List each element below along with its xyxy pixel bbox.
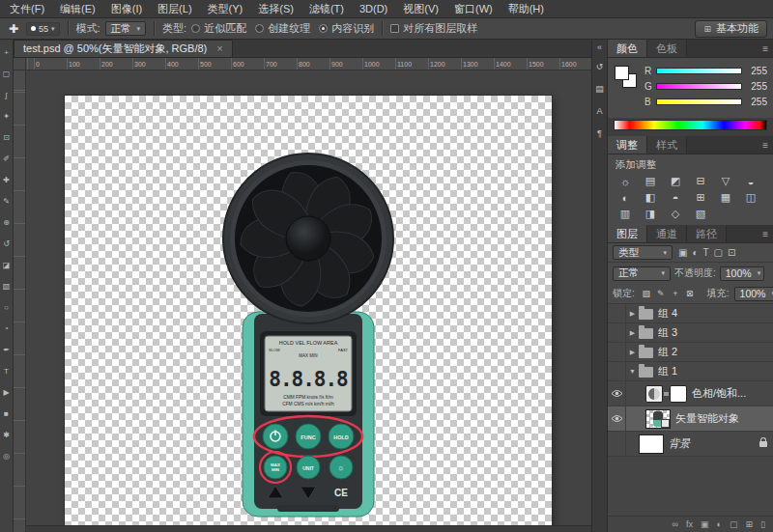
visibility-toggle[interactable] (608, 362, 626, 380)
filter-type-layers-icon[interactable]: T (703, 247, 709, 258)
channel-mixer-icon[interactable]: ⊞ (689, 189, 712, 206)
color-balance-icon[interactable]: ◐ (614, 189, 637, 206)
filter-adjustment-layers-icon[interactable]: ◐ (692, 247, 698, 258)
visibility-toggle[interactable] (608, 323, 626, 342)
group-chevron-icon[interactable]: ▶ (626, 349, 639, 356)
filter-pixel-layers-icon[interactable]: ▣ (678, 247, 687, 258)
crop-tool-icon[interactable]: ⊡ (0, 126, 14, 148)
type-tool-icon[interactable]: T (0, 360, 14, 381)
brightness-contrast-icon[interactable]: ☼ (614, 173, 637, 189)
dodge-tool-icon[interactable]: ◔ (0, 318, 14, 339)
exposure-icon[interactable]: ⊟ (689, 173, 712, 189)
filter-smart-objects-icon[interactable]: ⊡ (728, 247, 735, 258)
character-panel-icon[interactable]: A (596, 106, 602, 116)
channel-value[interactable]: 255 (746, 66, 767, 76)
menu-item[interactable]: 滤镜(T) (301, 0, 352, 18)
layer-thumbnail[interactable] (639, 367, 653, 378)
history-panel-icon[interactable]: ↺ (596, 62, 604, 71)
menu-item[interactable]: 编辑(E) (52, 0, 103, 18)
fill-input[interactable]: 100% ▾ (734, 287, 773, 301)
new-adjustment-layer-icon[interactable]: ◐ (717, 519, 722, 529)
heal-type-radio[interactable]: 内容识别 (319, 21, 374, 36)
blur-tool-icon[interactable]: ○ (0, 296, 14, 318)
pen-tool-icon[interactable]: ✒ (0, 339, 14, 360)
lock-image-pixels-icon[interactable]: ✎ (656, 289, 666, 298)
sample-all-layers-checkbox[interactable]: 对所有图层取样 (390, 21, 477, 36)
layer-name[interactable]: 组 3 (658, 325, 773, 340)
lasso-tool-icon[interactable]: ʃ (0, 84, 14, 105)
foreground-color-swatch[interactable] (615, 66, 629, 80)
history-brush-tool-icon[interactable]: ↺ (0, 233, 14, 254)
path-selection-tool-icon[interactable]: ▶ (0, 381, 14, 403)
levels-icon[interactable]: ▤ (639, 173, 662, 189)
panel-menu-icon[interactable]: ≡ (758, 225, 773, 242)
properties-panel-icon[interactable]: ▤ (595, 84, 604, 94)
gradient-tool-icon[interactable]: ▧ (0, 275, 14, 296)
opacity-input[interactable]: 100% ▾ (720, 266, 764, 281)
clone-stamp-tool-icon[interactable]: ⊕ (0, 211, 14, 233)
menu-item[interactable]: 图层(L) (150, 0, 199, 18)
visibility-toggle[interactable] (608, 406, 626, 431)
layer-row[interactable]: ▶ 组 3 (608, 323, 773, 343)
document-tab[interactable]: test.psd @ 50%(矢量智能对象, RGB/8) × (14, 40, 233, 57)
eyedropper-tool-icon[interactable]: ✐ (0, 148, 14, 169)
visibility-toggle[interactable] (608, 304, 626, 322)
zoom-tool-icon[interactable]: ◎ (0, 445, 14, 466)
curves-icon[interactable]: ◩ (664, 173, 687, 189)
brush-tool-icon[interactable]: ✎ (0, 190, 14, 211)
close-icon[interactable]: × (216, 43, 222, 54)
layer-row[interactable]: 背景 (608, 432, 773, 457)
menu-item[interactable]: 3D(D) (352, 0, 395, 18)
lock-position-icon[interactable]: + (671, 289, 680, 298)
menu-item[interactable]: 选择(S) (250, 0, 301, 18)
layer-row[interactable]: 色相/饱和... (608, 381, 773, 406)
lock-all-icon[interactable]: ⊠ (685, 289, 695, 298)
group-chevron-icon[interactable]: ▶ (626, 310, 639, 318)
hue-saturation-icon[interactable]: ◒ (739, 173, 762, 189)
link-layers-icon[interactable]: ∞ (673, 519, 678, 529)
marquee-tool-icon[interactable]: ▢ (0, 63, 14, 84)
brush-preset-picker[interactable]: 55 ▾ (26, 22, 60, 36)
panel-tab[interactable]: 调整 (608, 136, 647, 154)
layer-thumbnail[interactable] (639, 434, 664, 454)
panel-tab[interactable]: 图层 (608, 225, 647, 242)
layer-name[interactable]: 组 4 (658, 306, 773, 321)
expand-panels-icon[interactable]: « (597, 42, 602, 52)
document-canvas[interactable]: HOLD VEL FLOW AREA SLOW FAST MAX MIN 8.8… (65, 96, 552, 525)
layer-name[interactable]: 组 2 (658, 345, 773, 359)
add-layer-mask-icon[interactable]: ▣ (701, 519, 709, 529)
layer-name[interactable]: 背景 (669, 436, 754, 451)
group-chevron-icon[interactable]: ▶ (626, 329, 639, 337)
color-spectrum-bar[interactable] (614, 120, 767, 130)
lock-transparent-pixels-icon[interactable]: ▨ (642, 289, 651, 298)
black-white-icon[interactable]: ◧ (639, 189, 662, 206)
posterize-icon[interactable]: ▥ (614, 206, 637, 222)
layer-row[interactable]: ▶ 组 4 (608, 304, 773, 323)
layer-name[interactable]: 组 1 (658, 364, 773, 378)
channel-slider[interactable] (656, 98, 742, 105)
layer-thumbnail[interactable] (639, 348, 653, 358)
spot-healing-brush-tool-icon[interactable]: ✚ (0, 169, 14, 190)
mode-select[interactable]: 正常 ▾ (105, 21, 147, 36)
ruler-origin[interactable] (14, 58, 26, 70)
visibility-toggle[interactable] (608, 381, 626, 406)
layer-row[interactable]: 矢量智能对象 (608, 406, 773, 432)
new-group-icon[interactable]: ▢ (730, 519, 738, 529)
heal-type-radio[interactable]: 创建纹理 (255, 21, 310, 36)
vibrance-icon[interactable]: ▽ (714, 173, 737, 189)
channel-value[interactable]: 255 (746, 81, 767, 92)
delete-layer-icon[interactable]: ▯ (760, 519, 765, 529)
layer-name[interactable]: 色相/饱和... (692, 386, 773, 401)
layer-filter-select[interactable]: 类型 ▾ (613, 245, 673, 260)
layer-row[interactable]: ▼ 组 1 (608, 362, 773, 381)
workspace-switcher-button[interactable]: ⊞ 基本功能 (695, 20, 767, 38)
menu-item[interactable]: 窗口(W) (446, 0, 501, 18)
channel-value[interactable]: 255 (746, 97, 767, 107)
move-tool-icon[interactable]: + (0, 42, 14, 63)
horizontal-ruler[interactable]: 0100200300400500600700800900100011001200… (26, 58, 591, 70)
threshold-icon[interactable]: ◨ (639, 206, 662, 222)
panel-tab[interactable]: 样式 (647, 136, 687, 154)
mask-thumbnail[interactable] (670, 385, 687, 403)
spot-healing-brush-icon[interactable]: ✚ (6, 22, 21, 36)
visibility-toggle[interactable] (608, 343, 626, 361)
